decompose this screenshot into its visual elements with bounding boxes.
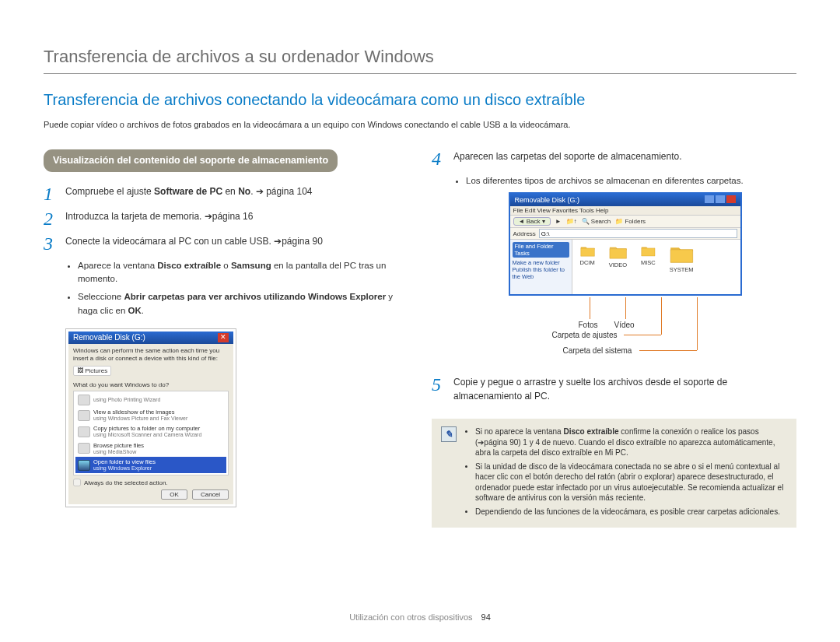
autoplay-options-list: using Photo Printing Wizard View a slide… [73, 391, 229, 476]
left-column: Visualización del contenido del soporte … [44, 149, 408, 528]
footer-section: Utilización con otros dispositivos [349, 612, 472, 622]
step-1-bold-no: No [238, 186, 250, 197]
step-4-bullets: Los diferentes tipos de archivos se alma… [455, 174, 796, 188]
explorer-window-figure: Removable Disk (G:) File Edit View Favor… [509, 192, 742, 296]
note-box: ✎ Si no aparece la ventana Disco extraíb… [432, 419, 796, 528]
step-1-text-e: . ➔ página 104 [250, 186, 312, 197]
window-buttons [703, 195, 736, 205]
folder-open-icon [78, 460, 90, 471]
explorer-titlebar: Removable Disk (G:) [515, 196, 580, 204]
step-number: 5 [432, 375, 446, 403]
autoplay-option: Browse picture filesusing MediaShow [75, 440, 226, 457]
step-3-bullet-2: Seleccione Abrir carpetas para ver archi… [78, 290, 408, 317]
step-1-text-a: Compruebe el ajuste [65, 186, 154, 197]
folders-button: 📁 Folders [615, 218, 646, 225]
page-number: 94 [481, 612, 491, 622]
callout-ajustes: Carpeta de ajustes [552, 331, 618, 339]
step-1-bold-software: Software de PC [154, 186, 222, 197]
autoplay-always-checkbox: Always do the selected action. [73, 479, 229, 486]
step-4-bullet-1: Los diferentes tipos de archivos se alma… [466, 174, 796, 188]
page-title: Transferencia de archivos a su ordenador… [44, 47, 796, 67]
up-icon: 📁↑ [566, 218, 577, 225]
folder-video: VIDEO [609, 246, 627, 268]
page-footer: Utilización con otros dispositivos 94 [0, 612, 840, 622]
step-3: 3 Conecte la videocámara al PC con un ca… [44, 234, 408, 253]
folder-misc: MISC [641, 246, 656, 265]
close-icon: ✕ [218, 333, 229, 342]
step-3-text: Conecte la videocámara al PC con un cabl… [65, 234, 323, 253]
ok-button: OK [161, 489, 187, 500]
step-4: 4 Aparecen las carpetas del soporte de a… [432, 149, 796, 168]
explorer-menubar: File Edit View Favorites Tools Help [510, 206, 740, 216]
note-item-2: Si la unidad de disco de la videocámara … [475, 461, 787, 503]
slideshow-icon [78, 410, 90, 421]
folder-system: SYSTEM [670, 246, 694, 273]
folder-icon [580, 246, 595, 258]
autoplay-option: using Photo Printing Wizard [75, 393, 226, 407]
scanner-icon [78, 426, 90, 437]
printer-icon [78, 395, 90, 405]
autoplay-question: What do you want Windows to do? [73, 381, 229, 388]
back-button: ◄ Back ▾ [513, 217, 551, 226]
folder-dcim: DCIM [580, 246, 595, 266]
explorer-toolbar: ◄ Back ▾ ► 📁↑ 🔍 Search 📁 Folders [510, 216, 740, 228]
section-title: Transferencia de archivos conectando la … [44, 91, 796, 109]
step-number: 3 [44, 234, 58, 253]
note-icon: ✎ [441, 426, 457, 442]
explorer-addressbar: Address [510, 228, 740, 240]
step-4-text: Aparecen las carpetas del soporte de alm… [453, 149, 682, 168]
subsection-badge: Visualización del contenido del soporte … [44, 149, 338, 172]
autoplay-option: View a slideshow of the imagesusing Wind… [75, 407, 226, 423]
step-3-bullet-1: Aparece la ventana Disco extraíble o Sam… [78, 259, 408, 286]
callout-sistema: Carpeta del sistema [563, 346, 632, 355]
folder-icon [641, 246, 656, 257]
checkbox-icon [73, 479, 81, 486]
autoplay-headline: Windows can perform the same action each… [73, 347, 229, 363]
cancel-button: Cancel [192, 489, 229, 500]
step-number: 4 [432, 149, 446, 168]
autoplay-option: Copy pictures to a folder on my computer… [75, 423, 226, 440]
folder-icon [670, 246, 694, 265]
note-item-1: Si no aparece la ventana Disco extraíble… [475, 426, 787, 458]
search-button: 🔍 Search [582, 218, 611, 225]
explorer-content: DCIM VIDEO MISC [572, 240, 740, 294]
step-5-text: Copie y pegue o arrastre y suelte los ar… [453, 375, 796, 403]
folder-callouts: Fotos Vídeo Carpeta de ajustes Carpeta d… [509, 297, 742, 375]
step-1-text-c: en [222, 186, 238, 197]
callout-fotos: Fotos [579, 321, 598, 329]
mediashow-icon [78, 443, 90, 454]
step-2: 2 Introduzca la tarjeta de memoria. ➔pág… [44, 209, 408, 228]
step-number: 1 [44, 184, 58, 203]
forward-icon: ► [555, 218, 562, 225]
section-intro: Puede copiar vídeo o archivos de fotos g… [44, 120, 796, 129]
step-1: 1 Compruebe el ajuste Software de PC en … [44, 184, 408, 203]
autoplay-dialog-figure: Removable Disk (G:) ✕ Windows can perfor… [65, 328, 236, 508]
title-divider [44, 73, 796, 74]
step-number: 2 [44, 209, 58, 228]
autoplay-pictures-label: 🖼 Pictures [73, 366, 111, 376]
note-item-3: Dependiendo de las funciones de la video… [475, 507, 787, 517]
callout-video: Vídeo [614, 321, 635, 329]
address-input [539, 229, 737, 238]
autoplay-titlebar: Removable Disk (G:) [73, 333, 145, 342]
explorer-sidepanel: File and Folder Tasks Make a new folder … [510, 240, 572, 294]
step-5: 5 Copie y pegue o arrastre y suelte los … [432, 375, 796, 403]
step-2-text: Introduzca la tarjeta de memoria. ➔págin… [65, 209, 253, 228]
step-3-bullets: Aparece la ventana Disco extraíble o Sam… [67, 259, 408, 317]
right-column: 4 Aparecen las carpetas del soporte de a… [432, 149, 796, 528]
autoplay-option-selected: Open folder to view filesusing Windows E… [75, 457, 226, 473]
folder-icon [609, 246, 627, 260]
